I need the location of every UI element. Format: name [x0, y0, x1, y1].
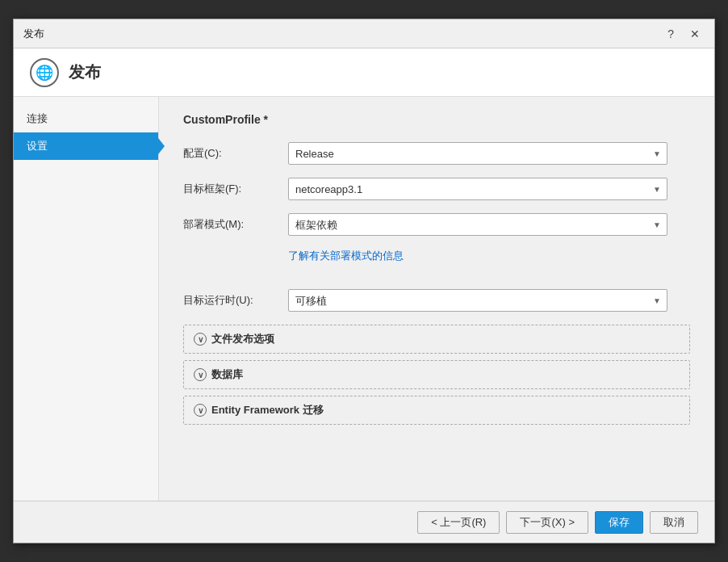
- framework-select[interactable]: netcoreapp3.1 net5.0 net6.0: [288, 178, 667, 200]
- runtime-select-wrapper: 可移植 win-x64 linux-x64 osx-x64 ▼: [288, 289, 667, 312]
- close-button[interactable]: ✕: [685, 26, 705, 42]
- deploy-select-wrapper: 框架依赖 独立 单文件 ▼: [288, 213, 667, 236]
- runtime-row: 目标运行时(U): 可移植 win-x64 linux-x64 osx-x64 …: [183, 289, 690, 312]
- file-publish-collapse-icon: ∨: [194, 333, 207, 346]
- config-control: Debug Release ▼: [288, 142, 667, 165]
- database-label: 数据库: [211, 367, 243, 382]
- file-publish-section: ∨ 文件发布选项: [183, 325, 690, 354]
- deploy-mode-link-row: 了解有关部署模式的信息: [183, 249, 690, 276]
- cancel-button[interactable]: 取消: [650, 511, 698, 534]
- main-panel: CustomProfile * 配置(C): Debug Release ▼ 目…: [159, 97, 714, 501]
- file-publish-label: 文件发布选项: [211, 332, 274, 346]
- help-button[interactable]: ?: [663, 26, 679, 42]
- runtime-select[interactable]: 可移植 win-x64 linux-x64 osx-x64: [288, 289, 667, 312]
- header-icon: 🌐: [30, 58, 59, 87]
- deploy-label: 部署模式(M):: [183, 217, 288, 232]
- deploy-mode-link[interactable]: 了解有关部署模式的信息: [288, 249, 404, 263]
- ef-migration-header[interactable]: ∨ Entity Framework 迁移: [184, 396, 689, 424]
- config-row: 配置(C): Debug Release ▼: [183, 142, 690, 165]
- sidebar: 连接 设置: [14, 97, 159, 501]
- title-bar-controls: ? ✕: [663, 26, 705, 42]
- title-bar: 发布 ? ✕: [14, 19, 714, 48]
- database-section: ∨ 数据库: [183, 360, 690, 389]
- dialog-content: 连接 设置 CustomProfile * 配置(C): Debug Relea…: [14, 97, 714, 501]
- ef-migration-collapse-icon: ∨: [194, 404, 207, 417]
- framework-label: 目标框架(F):: [183, 182, 288, 196]
- deploy-control: 框架依赖 独立 单文件 ▼: [288, 213, 667, 236]
- next-button[interactable]: 下一页(X) >: [506, 511, 588, 534]
- database-header[interactable]: ∨ 数据库: [184, 361, 689, 388]
- deploy-row: 部署模式(M): 框架依赖 独立 单文件 ▼: [183, 213, 690, 236]
- ef-migration-label: Entity Framework 迁移: [211, 403, 324, 417]
- dialog-footer: < 上一页(R) 下一页(X) > 保存 取消: [14, 501, 714, 543]
- runtime-label: 目标运行时(U):: [183, 293, 288, 308]
- dialog-header: 🌐 发布: [14, 48, 714, 97]
- save-button[interactable]: 保存: [595, 511, 643, 534]
- sidebar-item-connect[interactable]: 连接: [14, 105, 158, 132]
- prev-button[interactable]: < 上一页(R): [417, 511, 500, 534]
- runtime-control: 可移植 win-x64 linux-x64 osx-x64 ▼: [288, 289, 667, 312]
- config-select-wrapper: Debug Release ▼: [288, 142, 667, 165]
- framework-row: 目标框架(F): netcoreapp3.1 net5.0 net6.0 ▼: [183, 178, 690, 200]
- deploy-select[interactable]: 框架依赖 独立 单文件: [288, 213, 667, 236]
- ef-migration-section: ∨ Entity Framework 迁移: [183, 396, 690, 425]
- sidebar-item-settings[interactable]: 设置: [14, 132, 158, 160]
- profile-title: CustomProfile *: [183, 113, 690, 126]
- config-select[interactable]: Debug Release: [288, 142, 667, 165]
- config-label: 配置(C):: [183, 146, 288, 161]
- framework-select-wrapper: netcoreapp3.1 net5.0 net6.0 ▼: [288, 178, 667, 200]
- framework-control: netcoreapp3.1 net5.0 net6.0 ▼: [288, 178, 667, 200]
- database-collapse-icon: ∨: [194, 368, 207, 381]
- header-title: 发布: [69, 61, 101, 83]
- file-publish-header[interactable]: ∨ 文件发布选项: [184, 325, 689, 353]
- title-bar-title: 发布: [23, 27, 44, 41]
